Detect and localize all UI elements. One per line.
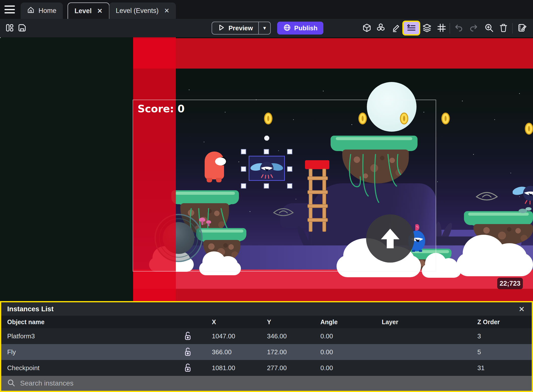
chevron-down-icon: ▾	[263, 25, 266, 31]
cloud	[457, 253, 533, 276]
toolbar: Preview ▾ Publish	[0, 19, 533, 37]
resize-handle[interactable]	[264, 149, 269, 154]
delete-button[interactable]	[498, 23, 509, 34]
zoom-in-button[interactable]	[483, 23, 495, 34]
col-layer: Layer	[382, 318, 477, 326]
redo-button[interactable]	[468, 23, 479, 34]
instance-name: Checkpoint	[7, 364, 184, 372]
instances-table-header: Object name X Y Angle Layer Z Order	[1, 316, 532, 328]
table-row[interactable]: Checkpoint 1081.00 277.00 0.00 31	[1, 360, 532, 376]
close-icon[interactable]: ✕	[96, 7, 103, 15]
col-x: X	[212, 318, 267, 326]
stars	[0, 37, 1, 38]
search-instances-input[interactable]	[20, 379, 526, 387]
coin[interactable]	[525, 123, 533, 135]
3d-box-button[interactable]	[361, 23, 373, 34]
close-icon[interactable]: ✕	[163, 7, 170, 15]
panels-layout-button[interactable]	[4, 23, 15, 34]
col-z-order: Z Order	[477, 318, 532, 326]
instance-x: 366.00	[212, 348, 267, 356]
instance-z: 31	[477, 364, 532, 372]
stacked-cubes-icon	[376, 23, 385, 34]
fly-enemy-selected	[250, 157, 283, 179]
cube-icon	[362, 23, 372, 34]
instances-list-panel: Instances List ✕ Object name X Y Angle L…	[0, 301, 533, 392]
camera-bounds-frame	[133, 100, 436, 272]
instance-y: 277.00	[267, 364, 320, 372]
instance-angle: 0.00	[320, 364, 382, 372]
resize-handle[interactable]	[287, 166, 292, 172]
coin[interactable]	[441, 113, 450, 124]
instance-y: 172.00	[267, 348, 320, 356]
close-icon[interactable]: ✕	[519, 305, 525, 314]
edit-properties-button[interactable]	[390, 23, 402, 34]
score-text: Score: 0	[138, 103, 185, 115]
undo-icon	[454, 23, 463, 33]
grid-button[interactable]	[436, 23, 447, 34]
trash-icon	[499, 23, 508, 33]
layout-icon	[5, 23, 14, 33]
tab-home[interactable]: Home	[21, 2, 63, 19]
lock-toggle[interactable]	[184, 347, 212, 357]
layers-button[interactable]	[421, 23, 433, 34]
resize-handle[interactable]	[287, 149, 292, 154]
selection-origin-marker	[264, 136, 269, 141]
toolbar-separator	[512, 23, 513, 34]
undo-button[interactable]	[453, 23, 464, 34]
panel-title: Instances List	[7, 305, 54, 313]
layers-icon	[422, 23, 432, 34]
lock-open-icon	[184, 363, 191, 373]
panel-title-row: Instances List ✕	[1, 302, 532, 316]
resize-handle[interactable]	[264, 183, 269, 189]
scene-editor-canvas[interactable]: Score: 0 22;723	[0, 37, 533, 301]
instances-list-icon	[407, 23, 416, 33]
publish-label: Publish	[294, 24, 318, 32]
instance-name: Fly	[7, 348, 184, 356]
col-angle: Angle	[320, 318, 382, 326]
lock-toggle[interactable]	[184, 331, 212, 341]
resize-handle[interactable]	[241, 183, 246, 189]
app-window: Home Level ✕ Level (Events) ✕ Preview ▾	[0, 0, 533, 392]
instance-angle: 0.00	[320, 348, 382, 356]
tab-level-events[interactable]: Level (Events) ✕	[109, 2, 176, 19]
cursor-coordinates-badge: 22;723	[497, 278, 523, 289]
selected-instance-box[interactable]	[249, 156, 285, 181]
edit-scene-properties-button[interactable]	[517, 23, 528, 34]
instance-angle: 0.00	[320, 332, 382, 340]
grid-icon	[437, 23, 446, 34]
tab-level[interactable]: Level ✕	[68, 2, 110, 19]
instance-name: Platform3	[7, 332, 184, 340]
eye-decoration	[475, 189, 498, 204]
redo-icon	[469, 23, 478, 33]
tab-label: Level	[75, 7, 92, 15]
lock-toggle[interactable]	[184, 363, 212, 373]
objects-button[interactable]	[375, 23, 386, 34]
toolbar-separator	[450, 23, 450, 34]
tab-label: Home	[38, 7, 56, 15]
platform-grass[interactable]	[464, 211, 533, 225]
instances-list-button[interactable]	[402, 21, 420, 36]
resize-handle[interactable]	[287, 183, 292, 189]
instance-y: 346.00	[267, 332, 320, 340]
instance-z: 5	[477, 348, 532, 356]
globe-icon	[283, 24, 291, 33]
col-object-name: Object name	[7, 318, 184, 326]
fly-enemy[interactable]	[513, 182, 533, 207]
hamburger-menu-icon[interactable]	[4, 5, 15, 13]
resize-handle[interactable]	[241, 149, 246, 154]
save-icon	[18, 23, 27, 33]
save-button[interactable]	[16, 23, 28, 34]
table-row-selected[interactable]: Fly 366.00 172.00 0.00 5	[1, 344, 532, 360]
col-y: Y	[267, 318, 320, 326]
resize-handle[interactable]	[241, 166, 246, 172]
tab-bar: Home Level ✕ Level (Events) ✕	[0, 0, 533, 19]
home-icon	[27, 6, 35, 15]
zoom-in-icon	[484, 23, 494, 34]
lock-open-icon	[184, 347, 191, 357]
instance-z: 3	[477, 332, 532, 340]
publish-button[interactable]: Publish	[277, 22, 323, 35]
table-row[interactable]: Platform3 1047.00 346.00 0.00 3	[1, 328, 532, 344]
preview-button[interactable]: Preview ▾	[212, 22, 271, 35]
search-row	[1, 376, 532, 391]
preview-dropdown-button[interactable]: ▾	[258, 22, 270, 34]
